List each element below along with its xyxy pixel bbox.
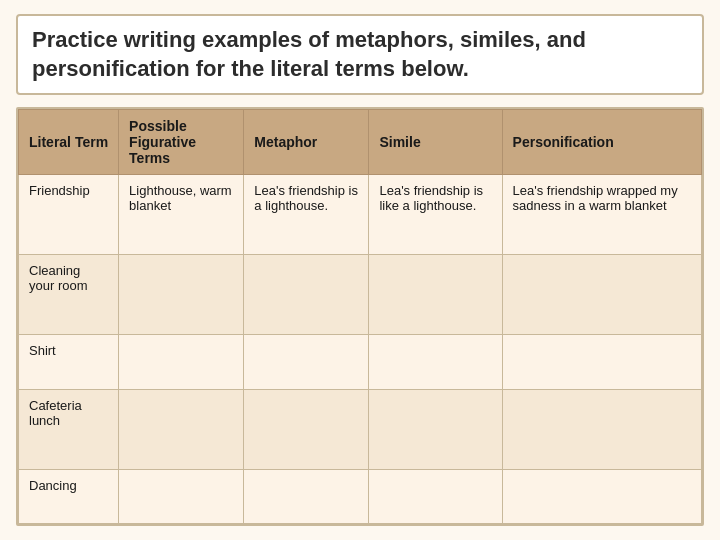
page-container: Practice writing examples of metaphors, … (0, 0, 720, 540)
cell-literal: Friendship (19, 175, 119, 255)
cell-personification (502, 469, 701, 523)
cell-literal: Cleaning your room (19, 255, 119, 335)
cell-figurative (119, 469, 244, 523)
cell-literal: Cafeteria lunch (19, 389, 119, 469)
header-personification: Personification (502, 110, 701, 175)
main-table: Literal Term Possible Figurative Terms M… (18, 109, 702, 524)
cell-metaphor (244, 469, 369, 523)
cell-simile: Lea's friendship is like a lighthouse. (369, 175, 502, 255)
header-metaphor: Metaphor (244, 110, 369, 175)
title-section: Practice writing examples of metaphors, … (16, 14, 704, 95)
cell-personification (502, 389, 701, 469)
cell-figurative (119, 335, 244, 389)
table-row: Cleaning your room (19, 255, 702, 335)
cell-metaphor (244, 335, 369, 389)
header-literal-term: Literal Term (19, 110, 119, 175)
table-row: Friendship Lighthouse, warm blanket Lea'… (19, 175, 702, 255)
table-row: Dancing (19, 469, 702, 523)
cell-literal: Dancing (19, 469, 119, 523)
cell-simile (369, 469, 502, 523)
cell-simile (369, 335, 502, 389)
table-section: Literal Term Possible Figurative Terms M… (16, 107, 704, 526)
cell-personification (502, 255, 701, 335)
cell-metaphor: Lea's friendship is a lighthouse. (244, 175, 369, 255)
cell-simile (369, 255, 502, 335)
cell-metaphor (244, 255, 369, 335)
header-possible-figurative: Possible Figurative Terms (119, 110, 244, 175)
cell-personification (502, 335, 701, 389)
table-row: Cafeteria lunch (19, 389, 702, 469)
cell-figurative (119, 255, 244, 335)
cell-simile (369, 389, 502, 469)
table-header-row: Literal Term Possible Figurative Terms M… (19, 110, 702, 175)
cell-literal: Shirt (19, 335, 119, 389)
cell-personification: Lea's friendship wrapped my sadness in a… (502, 175, 701, 255)
table-row: Shirt (19, 335, 702, 389)
cell-figurative (119, 389, 244, 469)
header-simile: Simile (369, 110, 502, 175)
page-title: Practice writing examples of metaphors, … (32, 26, 688, 83)
cell-metaphor (244, 389, 369, 469)
cell-figurative: Lighthouse, warm blanket (119, 175, 244, 255)
